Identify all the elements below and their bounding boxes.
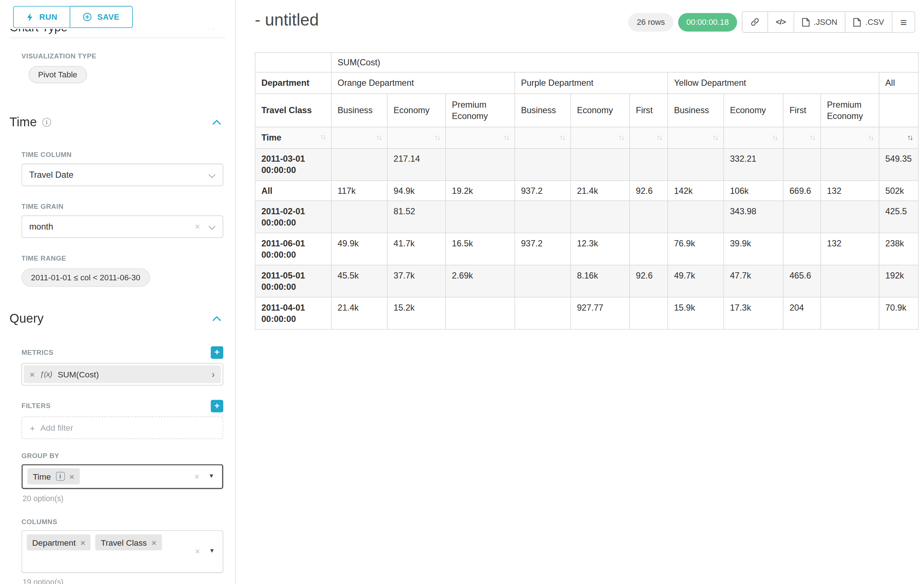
- sort-cell: ↑↓: [387, 127, 446, 148]
- time-column-value: Travel Date: [29, 170, 73, 179]
- time-axis-label: Time↑↓: [255, 127, 332, 148]
- travel-class-header: Premium Economy: [821, 94, 879, 127]
- pivot-value-cell: [515, 265, 571, 297]
- add-filter-plus-button[interactable]: +: [211, 400, 223, 412]
- time-grain-value: month: [29, 222, 53, 231]
- pivot-value-cell: [821, 201, 879, 233]
- add-filter-button[interactable]: + Add filter: [21, 416, 223, 439]
- control-panel-scroll[interactable]: Chart Type ·· VISUALIZATION TYPE Pivot T…: [0, 0, 235, 584]
- dropdown-caret-icon[interactable]: ▼: [208, 472, 214, 479]
- pivot-value-cell: [446, 201, 515, 233]
- view-query-button[interactable]: </>: [768, 12, 794, 33]
- export-csv-button[interactable]: .CSV: [846, 12, 893, 33]
- sort-icon[interactable]: ↑↓: [434, 133, 439, 142]
- remove-icon[interactable]: ×: [80, 538, 85, 547]
- visualization-type-value[interactable]: Pivot Table: [28, 66, 87, 83]
- columns-select[interactable]: Department×Travel Class× × ▼: [21, 530, 223, 573]
- department-header: Yellow Department: [668, 72, 879, 94]
- pivot-value-cell: 15.9k: [668, 297, 723, 329]
- pivot-value-cell: 81.52: [387, 201, 446, 233]
- export-json-button[interactable]: .JSON: [794, 12, 845, 33]
- pivot-value-cell: [630, 233, 668, 265]
- sort-cell: ↑↓: [821, 127, 879, 148]
- pivot-value-cell: [668, 201, 723, 233]
- time-grain-label: TIME GRAIN: [21, 203, 226, 211]
- sort-icon[interactable]: ↑↓: [809, 133, 814, 142]
- chevron-up-icon[interactable]: [213, 316, 221, 322]
- group-by-select[interactable]: Timei× × ▼: [21, 464, 223, 489]
- pivot-value-cell: [515, 148, 571, 181]
- time-section-header[interactable]: Time i: [10, 114, 226, 130]
- sort-cell: ↑↓: [784, 127, 821, 148]
- selected-option-chip[interactable]: Department×: [26, 535, 91, 550]
- time-column-select[interactable]: Travel Date: [21, 163, 223, 186]
- run-button[interactable]: RUN: [13, 6, 70, 28]
- pivot-value-cell: 142k: [668, 181, 723, 201]
- chart-title[interactable]: - untitled: [255, 11, 319, 30]
- sort-cell: ↑↓: [724, 127, 784, 148]
- sort-icon[interactable]: ↑↓: [559, 133, 564, 142]
- info-icon: i: [56, 472, 64, 481]
- pivot-value-cell: 2.69k: [446, 265, 515, 297]
- sort-icon[interactable]: ↑↓: [656, 133, 662, 142]
- sort-icon[interactable]: ↑↓: [376, 133, 381, 142]
- travel-class-header: Business: [668, 94, 723, 127]
- table-row: 2011-03-01 00:00:00217.14332.21549.35: [255, 148, 919, 181]
- pivot-value-cell: 204: [784, 297, 821, 329]
- pivot-corner-cell: [255, 53, 332, 72]
- app-root: Chart Type ·· VISUALIZATION TYPE Pivot T…: [0, 0, 924, 584]
- control-panel: Chart Type ·· VISUALIZATION TYPE Pivot T…: [0, 0, 236, 584]
- bolt-icon: [26, 12, 34, 21]
- chart-area: - untitled 26 rows 00:00:00.18 </> .JSON…: [236, 0, 924, 584]
- sort-icon[interactable]: ↑↓: [772, 133, 777, 142]
- pivot-value-cell: [784, 233, 821, 265]
- pivot-value-cell: [630, 148, 668, 181]
- columns-chips: Department×Travel Class×: [22, 531, 223, 554]
- department-header: All: [879, 72, 919, 94]
- caret-right-icon[interactable]: ›: [211, 369, 215, 380]
- pivot-value-cell: 937.2: [515, 181, 571, 201]
- hamburger-menu-icon: ≡: [900, 16, 907, 28]
- pivot-value-cell: [821, 148, 879, 181]
- group-by-chips: Timei×: [23, 466, 222, 488]
- add-metric-button[interactable]: +: [211, 346, 223, 359]
- dropdown-caret-icon[interactable]: ▼: [209, 548, 215, 554]
- department-axis-label: Department: [255, 72, 332, 94]
- sort-icon[interactable]: ↑↓: [320, 132, 325, 141]
- sort-cell: ↑↓: [668, 127, 723, 148]
- group-by-label: GROUP BY: [21, 452, 226, 460]
- export-button-group: </> .JSON .CSV ≡: [742, 12, 915, 33]
- sort-icon[interactable]: ↑↓: [618, 133, 624, 142]
- sort-icon[interactable]: ↑↓: [503, 133, 508, 142]
- clear-icon[interactable]: ×: [195, 546, 200, 557]
- pivot-value-cell: [630, 201, 668, 233]
- time-range-value[interactable]: 2011-01-01 ≤ col < 2011-06-30: [21, 268, 150, 287]
- pivot-table: SUM(Cost)DepartmentOrange DepartmentPurp…: [255, 52, 919, 329]
- time-grain-select[interactable]: month ×: [21, 216, 223, 238]
- query-section-header[interactable]: Query: [10, 311, 226, 326]
- remove-icon[interactable]: ×: [152, 538, 156, 547]
- travel-class-axis-label: Travel Class: [255, 94, 332, 127]
- metrics-label: METRICS: [21, 349, 54, 356]
- clear-icon[interactable]: ×: [194, 471, 200, 482]
- pivot-table-container: SUM(Cost)DepartmentOrange DepartmentPurp…: [255, 52, 919, 329]
- row-label: 2011-06-01 00:00:00: [255, 233, 332, 265]
- pivot-value-cell: 49.9k: [331, 233, 387, 265]
- time-range-label: TIME RANGE: [21, 255, 226, 262]
- metric-chip[interactable]: × ƒ(x) SUM(Cost) ›: [24, 365, 221, 383]
- chevron-up-icon[interactable]: [213, 120, 221, 125]
- selected-option-chip[interactable]: Travel Class×: [95, 535, 162, 550]
- save-button[interactable]: SAVE: [70, 6, 132, 28]
- sort-icon[interactable]: ↑↓: [713, 133, 718, 142]
- department-header: Purple Department: [515, 72, 668, 94]
- remove-icon[interactable]: ×: [69, 472, 74, 481]
- share-link-button[interactable]: [742, 12, 768, 33]
- clear-icon[interactable]: ×: [195, 221, 200, 231]
- sort-icon[interactable]: ↑↓: [868, 133, 873, 142]
- selected-option-chip[interactable]: Timei×: [27, 468, 79, 484]
- menu-button[interactable]: ≡: [893, 12, 915, 33]
- remove-icon[interactable]: ×: [30, 369, 35, 379]
- csv-label: .CSV: [865, 18, 884, 26]
- pivot-value-cell: 132: [821, 181, 879, 201]
- sort-icon[interactable]: ↑↓: [907, 133, 912, 142]
